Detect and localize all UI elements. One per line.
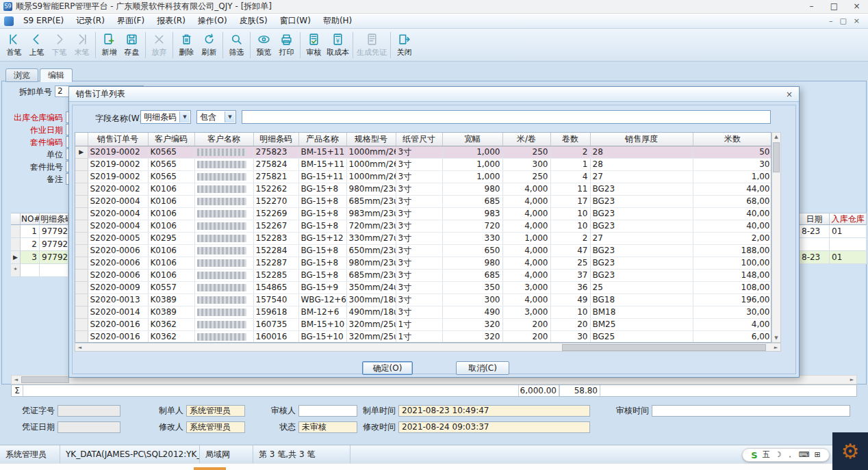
tab-edit[interactable]: 编辑	[40, 68, 73, 82]
table-row[interactable]: ▶S2019-0002K0565275823BM-15+111000mm/26u…	[75, 146, 771, 158]
minimize-button[interactable]: –	[800, 0, 823, 13]
column-header[interactable]: 规格型号	[346, 133, 396, 146]
row-header[interactable]	[75, 220, 88, 232]
ime-toolbar[interactable]: S 五 ☽ ， ⌨ ⊞	[742, 448, 830, 462]
detail-row-current[interactable]: ▶ 3 97792	[11, 251, 68, 264]
toolbar-close-button[interactable]: 关闭	[393, 30, 416, 60]
detail-row-current[interactable]: 8-23 01	[800, 251, 867, 264]
column-header[interactable]: 纸管尺寸	[396, 133, 442, 146]
dialog-close-icon[interactable]: ×	[786, 89, 793, 100]
row-header[interactable]	[75, 306, 88, 318]
column-header[interactable]: 米/卷	[502, 133, 550, 146]
tab-browse[interactable]: 浏览	[5, 68, 38, 82]
row-header[interactable]	[75, 183, 88, 195]
table-row[interactable]: S2020-0004K0106152270BG-15+8685mm/23um..…	[75, 195, 771, 207]
toolbar-delete-button[interactable]: 删除	[175, 30, 198, 60]
scroll-up-icon[interactable]: ▲	[772, 133, 780, 141]
menu-skin[interactable]: 皮肤(S)	[233, 14, 274, 28]
row-header[interactable]	[75, 293, 88, 306]
toolbar-print-button[interactable]: 打印	[275, 30, 298, 60]
menu-operation[interactable]: 操作(O)	[192, 14, 233, 28]
scrollbar-thumb[interactable]	[562, 344, 767, 351]
column-header-barcode[interactable]: 明细条码	[40, 213, 68, 225]
toolbar-new-button[interactable]: 新增	[98, 30, 120, 60]
column-header[interactable]: 客户名称	[194, 133, 253, 146]
table-row[interactable]: S2020-0002K0106152262BG-15+8980mm/23um..…	[75, 183, 771, 195]
maximize-button[interactable]: □	[823, 0, 845, 13]
menu-interface[interactable]: 界面(F)	[111, 14, 151, 28]
row-header[interactable]	[75, 330, 88, 343]
cancel-button[interactable]: 取消(C)	[456, 361, 509, 375]
row-header[interactable]	[75, 269, 88, 281]
filter-search-input[interactable]	[242, 110, 771, 124]
close-button[interactable]: ×	[845, 0, 868, 13]
toolbar-save-button[interactable]: 存盘	[120, 30, 143, 60]
table-row[interactable]: S2020-0016K0362160735BM-15+10320mm/25um.…	[75, 318, 771, 330]
voucher-no-field[interactable]	[58, 405, 120, 417]
ime-wubi-icon[interactable]: 五	[763, 449, 770, 461]
table-row[interactable]: S2019-0002K0565275824BM-15+111000mm/26u.…	[75, 158, 771, 170]
table-row[interactable]: S2019-0002K0565275821BG-15+111000mm/26u.…	[75, 170, 771, 183]
chevron-down-icon[interactable]: ▼	[225, 112, 235, 122]
column-header[interactable]: 明细条码	[253, 133, 298, 146]
menu-window[interactable]: 窗口(W)	[274, 14, 317, 28]
column-header-in-warehouse[interactable]: 入库仓库	[830, 213, 867, 225]
column-header[interactable]: 产品名称	[298, 133, 346, 146]
mdi-close-button[interactable]: ×	[854, 16, 860, 25]
toolbar-audit-button[interactable]: 审核	[303, 30, 325, 60]
row-header[interactable]	[75, 244, 88, 257]
detail-row-new[interactable]: *	[11, 264, 68, 277]
menu-record[interactable]: 记录(R)	[70, 14, 111, 28]
detail-row[interactable]	[800, 238, 867, 251]
detail-row[interactable]: 8-23 01	[800, 225, 867, 238]
detail-row[interactable]: 1 97792	[11, 225, 68, 238]
column-header[interactable]: 客户编码	[148, 133, 194, 146]
table-row[interactable]: S2020-0016K0362160016BG-15+10320mm/25um.…	[75, 330, 771, 343]
column-header[interactable]: 销售订单号	[88, 133, 148, 146]
row-header[interactable]	[75, 232, 88, 244]
column-header[interactable]: 卷数	[550, 133, 590, 146]
menu-s9erp[interactable]: S9 ERP(E)	[17, 14, 70, 28]
column-header[interactable]: 销售厚度	[590, 133, 693, 146]
table-row[interactable]: S2020-0014K0389159618BM-12+6490mm/18um..…	[75, 306, 771, 318]
chevron-down-icon[interactable]: ▼	[179, 112, 190, 122]
assistant-widget[interactable]: ⚙	[832, 432, 868, 470]
mdi-restore-button[interactable]: ▢	[839, 16, 846, 25]
ime-logo-icon[interactable]: S	[751, 450, 757, 460]
table-row[interactable]: S2020-0006K0106152287BG-15+8980mm/23um..…	[75, 257, 771, 269]
mdi-minimize-button[interactable]: –	[829, 16, 833, 25]
scroll-right-icon[interactable]: ►	[771, 343, 780, 352]
table-row[interactable]: S2020-0006K0106152284BG-15+8650mm/23um..…	[75, 244, 771, 257]
table-row[interactable]: S2020-0013K0389157540WBG-12+6300mm/18um.…	[75, 293, 771, 306]
filter-operator-combo[interactable]: 包含 ▼	[196, 110, 236, 124]
keyboard-icon[interactable]: ⌨	[799, 449, 810, 461]
toolbar-prev-button[interactable]: 上笔	[25, 30, 48, 60]
scrollbar-thumb[interactable]	[21, 376, 69, 383]
moon-icon[interactable]: ☽	[775, 449, 782, 461]
filter-field-combo[interactable]: 明细条码 ▼	[140, 110, 191, 124]
column-header[interactable]: 宽幅	[442, 133, 502, 146]
punctuation-icon[interactable]: ，	[787, 449, 794, 461]
scroll-down-icon[interactable]: ▼	[772, 334, 780, 342]
toolbar-getcost-button[interactable]: ¥取成本	[325, 30, 350, 60]
scroll-right-icon[interactable]: ►	[847, 376, 856, 384]
row-header[interactable]	[75, 158, 88, 170]
table-row[interactable]: S2020-0009K0557154865BG-15+9350mm/24um..…	[75, 281, 771, 293]
table-row[interactable]: S2020-0004K0106152267BG-15+8720mm/23um..…	[75, 220, 771, 232]
column-header-date[interactable]: 日期	[800, 213, 830, 225]
row-header[interactable]	[75, 170, 88, 183]
row-header[interactable]: ▶	[75, 146, 88, 158]
table-row[interactable]: S2020-0004K0106152269BG-15+8983mm/23um..…	[75, 207, 771, 220]
toolbar-preview-button[interactable]: 预览	[253, 30, 275, 60]
row-header[interactable]	[75, 281, 88, 293]
scroll-left-icon[interactable]: ◄	[12, 376, 21, 384]
column-header-no[interactable]: NO#	[21, 213, 40, 225]
row-header[interactable]	[75, 207, 88, 220]
detail-row[interactable]: 2 97792	[11, 238, 68, 251]
row-header[interactable]	[75, 257, 88, 269]
toolbar-refresh-button[interactable]: 刷新	[198, 30, 220, 60]
toolbox-icon[interactable]: ⊞	[814, 449, 820, 461]
table-hscrollbar[interactable]: ◄ ►	[75, 343, 781, 352]
column-header[interactable]: 米数	[693, 133, 771, 146]
table-row[interactable]: S2020-0006K0106152285BG-15+8685mm/23um..…	[75, 269, 771, 281]
